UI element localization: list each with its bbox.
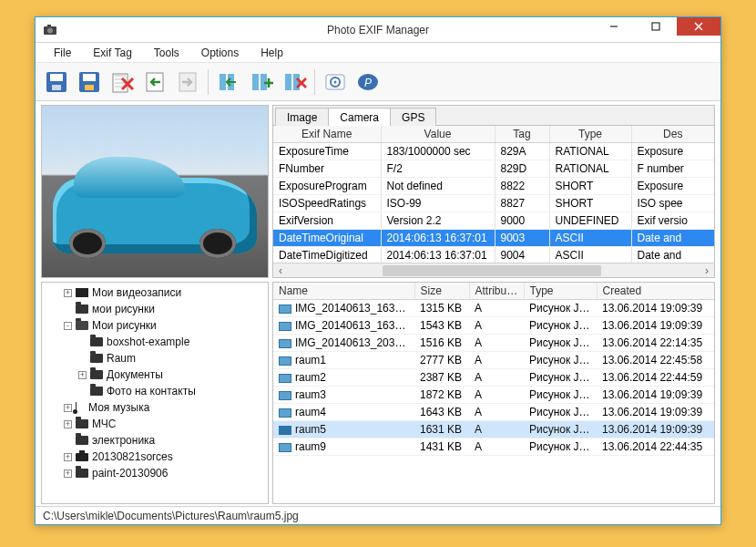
close-button[interactable] <box>677 17 720 36</box>
image-file-icon <box>279 426 291 435</box>
tree-item[interactable]: +paint-20130906 <box>46 465 264 481</box>
file-column-header[interactable]: Name <box>273 283 414 300</box>
file-column-header[interactable]: Attributes <box>469 283 524 300</box>
image-file-icon <box>279 374 291 383</box>
file-row[interactable]: IMG_20140613_2032251516 KBAРисунок JP...… <box>273 335 714 352</box>
content-area: ImageCameraGPS Exif NameValueTagTypeDes … <box>36 101 720 506</box>
file-column-header[interactable]: Created <box>597 283 714 300</box>
scroll-right-icon[interactable]: › <box>700 263 714 278</box>
folder-icon <box>76 419 88 428</box>
toolbar-save-image-button[interactable] <box>74 67 105 98</box>
batch-remove-icon <box>281 69 307 95</box>
tree-item[interactable]: +Документы <box>46 366 264 383</box>
file-row[interactable]: raum41643 KBAРисунок JP...13.06.2014 19:… <box>273 404 714 421</box>
app-icon <box>43 23 57 37</box>
exif-column-header[interactable]: Des <box>631 126 714 143</box>
image-file-icon <box>279 339 291 348</box>
tree-expand-toggle[interactable]: + <box>78 371 87 379</box>
tree-expand-toggle[interactable]: - <box>64 322 72 330</box>
tree-expand-toggle <box>64 437 72 445</box>
exif-row[interactable]: DateTimeDigitized2014:06:13 16:37:019004… <box>273 247 714 263</box>
tab-gps[interactable]: GPS <box>390 108 436 126</box>
folder-icon <box>90 370 103 379</box>
titlebar[interactable]: Photo EXIF Manager <box>36 17 720 43</box>
file-row[interactable]: raum22387 KBAРисунок JP...13.06.2014 22:… <box>273 369 714 387</box>
exif-column-header[interactable]: Exif Name <box>273 126 381 143</box>
toolbar-batch-remove-button[interactable] <box>279 67 310 98</box>
toolbar-batch-clear-button[interactable] <box>213 67 244 98</box>
status-path: C:\Users\mikle\Documents\Pictures\Raum\r… <box>43 510 299 522</box>
menu-options[interactable]: Options <box>190 44 250 62</box>
toolbar-export-button[interactable] <box>172 67 203 98</box>
file-row[interactable]: raum31872 KBAРисунок JP...13.06.2014 19:… <box>273 387 714 404</box>
tree-item[interactable]: +20130821sorces <box>46 449 264 465</box>
folder-tree[interactable]: +Мои видеозаписимои рисунки-Мои рисункиb… <box>41 282 269 504</box>
exif-column-header[interactable]: Type <box>549 126 631 143</box>
scroll-left-icon[interactable]: ‹ <box>273 263 288 278</box>
exif-column-header[interactable]: Value <box>381 126 495 143</box>
file-row[interactable]: raum51631 KBAРисунок JP...13.06.2014 19:… <box>273 421 714 439</box>
tree-item[interactable]: boxshot-example <box>46 334 264 350</box>
tree-item-label: paint-20130906 <box>92 467 168 480</box>
file-list-panel: NameSizeAttributesTypeCreated IMG_201406… <box>272 282 715 504</box>
exif-row[interactable]: ISOSpeedRatingsISO-998827SHORTISO spee <box>273 195 714 212</box>
file-row[interactable]: raum91431 KBAРисунок JP...13.06.2014 22:… <box>273 439 714 456</box>
maximize-button[interactable] <box>635 17 677 36</box>
scroll-thumb[interactable] <box>383 265 601 276</box>
toolbar-save-button[interactable] <box>41 67 72 98</box>
file-column-header[interactable]: Type <box>524 283 597 300</box>
exif-horizontal-scrollbar[interactable]: ‹ › <box>273 263 714 277</box>
statusbar: C:\Users\mikle\Documents\Pictures\Raum\r… <box>36 506 720 524</box>
exif-row[interactable]: ExifVersionVersion 2.29000UNDEFINEDExif … <box>273 212 714 230</box>
menu-file[interactable]: File <box>43 44 82 62</box>
tree-item[interactable]: +Моя музыка <box>46 399 264 416</box>
tree-expand-toggle <box>78 355 87 363</box>
image-preview[interactable] <box>41 105 269 278</box>
tab-image[interactable]: Image <box>275 108 329 126</box>
tree-item[interactable]: Фото на контакты <box>46 383 264 399</box>
menu-tools[interactable]: Tools <box>143 44 190 62</box>
file-column-header[interactable]: Size <box>414 283 469 300</box>
exif-row[interactable]: DateTimeOriginal2014:06:13 16:37:019003A… <box>273 230 714 247</box>
svg-rect-9 <box>52 85 61 90</box>
menubar: File Exif Tag Tools Options Help <box>36 43 720 63</box>
exif-grid-wrap[interactable]: Exif NameValueTagTypeDes ExposureTime183… <box>273 126 714 263</box>
file-list[interactable]: NameSizeAttributesTypeCreated IMG_201406… <box>273 283 714 456</box>
svg-rect-11 <box>83 74 96 81</box>
minimize-button[interactable] <box>593 17 635 36</box>
tree-expand-toggle[interactable]: + <box>64 420 72 428</box>
toolbar-delete-tag-button[interactable] <box>107 67 138 98</box>
file-row[interactable]: IMG_20140613_1637341315 KBAРисунок JP...… <box>273 300 714 317</box>
tree-item[interactable]: электроника <box>46 432 264 449</box>
tree-item[interactable]: мои рисунки <box>46 301 264 317</box>
svg-point-2 <box>47 27 53 33</box>
menu-help[interactable]: Help <box>250 44 294 62</box>
tree-item[interactable]: -Мои рисунки <box>46 317 264 334</box>
tree-expand-toggle[interactable]: + <box>64 470 72 478</box>
tree-item-label: Моя музыка <box>88 401 149 414</box>
toolbar-batch-add-button[interactable] <box>246 67 277 98</box>
toolbar-settings-button[interactable] <box>320 67 351 98</box>
exif-row[interactable]: ExposureTime183/1000000 sec829ARATIONALE… <box>273 143 714 160</box>
exif-row[interactable]: ExposureProgramNot defined8822SHORTExpos… <box>273 178 714 195</box>
toolbar-import-button[interactable] <box>139 67 170 98</box>
tab-camera[interactable]: Camera <box>328 108 391 126</box>
help-icon: P <box>355 69 381 95</box>
file-row[interactable]: IMG_20140613_163734...1543 KBAРисунок JP… <box>273 317 714 335</box>
folder-icon <box>90 387 103 396</box>
exif-grid[interactable]: Exif NameValueTagTypeDes ExposureTime183… <box>273 126 714 263</box>
tree-item-label: Документы <box>107 368 163 381</box>
exif-row[interactable]: FNumberF/2829DRATIONALF number <box>273 160 714 178</box>
menu-exiftag[interactable]: Exif Tag <box>82 44 142 62</box>
tree-item[interactable]: Raum <box>46 350 264 366</box>
tree-expand-toggle[interactable]: + <box>64 289 72 297</box>
file-row[interactable]: raum12777 KBAРисунок JP...13.06.2014 22:… <box>273 352 714 369</box>
svg-point-30 <box>334 80 337 83</box>
toolbar-help-button[interactable]: P <box>352 67 383 98</box>
tree-item[interactable]: +МЧС <box>46 416 264 432</box>
tree-item[interactable]: +Мои видеозаписи <box>46 284 264 301</box>
delete-tag-icon <box>109 69 135 95</box>
tree-expand-toggle[interactable]: + <box>64 453 72 461</box>
exif-column-header[interactable]: Tag <box>495 126 549 143</box>
tree-expand-toggle[interactable]: + <box>64 404 72 412</box>
